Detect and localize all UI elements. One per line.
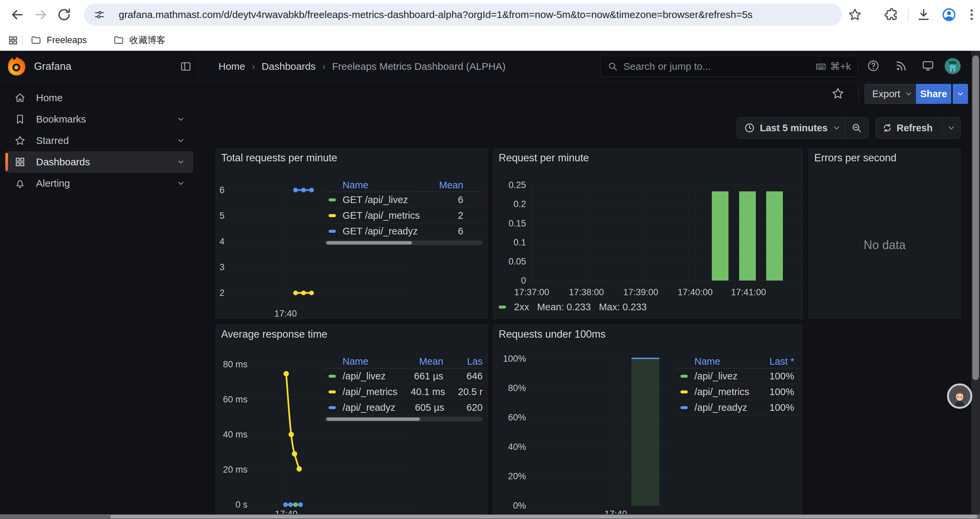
horizontal-scrollbar-thumb[interactable] <box>110 515 977 518</box>
series-mean: 2 <box>458 210 463 221</box>
help-icon[interactable] <box>867 59 881 74</box>
extensions-icon[interactable] <box>884 7 899 22</box>
series-last: 100% <box>770 386 794 398</box>
series-name[interactable]: /api/_readyz <box>694 402 747 413</box>
search-input[interactable]: Search or jump to... ⌘+k <box>600 56 858 77</box>
legend-col-mean[interactable]: Mean <box>439 180 463 191</box>
vertical-scrollbar-thumb[interactable] <box>972 56 979 380</box>
sidebar-item-starred[interactable]: Starred <box>5 130 193 151</box>
series-swatch <box>329 390 336 393</box>
series-last: 20.5 r <box>445 386 483 398</box>
time-range-label[interactable]: Last 5 minutes <box>760 123 827 134</box>
sidebar-item-bookmarks[interactable]: Bookmarks <box>5 109 193 130</box>
legend-col-last[interactable]: Las <box>443 356 483 367</box>
no-data-label: No data <box>809 238 960 252</box>
grafana-logo-icon[interactable] <box>7 56 26 76</box>
reload-button[interactable] <box>56 7 72 23</box>
vertical-scrollbar[interactable] <box>971 51 980 519</box>
forward-button[interactable] <box>33 7 49 23</box>
chevron-down-icon[interactable] <box>177 136 185 145</box>
sidebar-item-label: Starred <box>36 135 69 146</box>
breadcrumb-dashboards[interactable]: Dashboards <box>261 61 315 72</box>
x-tick: 17:39:00 <box>619 287 662 297</box>
monitor-icon[interactable] <box>921 59 936 74</box>
menu-kebab-icon[interactable] <box>964 7 979 22</box>
legend-table: Name Last * /api/_livez 100% /api/_metri… <box>676 355 800 415</box>
series-name[interactable]: GET /api/_metrics <box>342 210 420 221</box>
share-button[interactable]: Share <box>916 84 951 104</box>
profile-icon[interactable] <box>941 7 957 22</box>
chevron-down-icon[interactable] <box>177 115 185 124</box>
legend-col-mean[interactable]: Mean <box>393 356 443 367</box>
y-tick: 0.2 <box>493 199 526 209</box>
site-settings-icon[interactable] <box>94 9 105 21</box>
zoom-out-icon[interactable] <box>845 122 868 134</box>
series-name[interactable]: GET /api/_readyz <box>342 226 418 237</box>
legend-col-last[interactable]: Last * <box>770 356 794 367</box>
back-button[interactable] <box>10 7 25 23</box>
sidebar-item-home[interactable]: Home <box>5 87 193 109</box>
legend-row[interactable]: GET /api/_metrics 2 <box>325 208 483 224</box>
bar-2xx <box>766 192 783 281</box>
legend-row[interactable]: /api/_readyz 605 µs 620 <box>325 400 483 415</box>
floating-assistant-avatar[interactable] <box>947 383 972 409</box>
series-name[interactable]: /api/_livez <box>342 371 386 382</box>
toolbar-divider <box>908 9 908 21</box>
bookmark-star-icon[interactable] <box>847 7 862 22</box>
legend-row[interactable]: /api/_livez 100% <box>676 368 800 384</box>
x-tick: 17:40 <box>266 308 305 319</box>
series-name[interactable]: /api/_readyz <box>342 402 395 413</box>
favorite-star-icon[interactable] <box>831 86 845 101</box>
area-top-line <box>632 358 659 359</box>
news-rss-icon[interactable] <box>895 59 909 74</box>
legend-row[interactable]: /api/_metrics 100% <box>676 384 800 400</box>
series-name[interactable]: /api/_metrics <box>694 386 749 398</box>
area-fill <box>632 359 659 506</box>
url-text[interactable]: grafana.mathmast.com/d/deytv4rwavabkb/fr… <box>119 4 752 26</box>
chevron-down-icon[interactable] <box>177 158 185 166</box>
legend-col-name[interactable]: Name <box>342 356 368 367</box>
legend-row[interactable]: GET /api/_livez 6 <box>325 192 483 208</box>
series-name[interactable]: GET /api/_livez <box>342 194 408 205</box>
user-avatar[interactable] <box>945 58 961 74</box>
address-bar[interactable]: grafana.mathmast.com/d/deytv4rwavabkb/fr… <box>84 4 842 26</box>
series-max: Max: 0.233 <box>599 302 646 313</box>
apps-grid-icon[interactable] <box>7 35 19 46</box>
sidebar-item-dashboards[interactable]: Dashboards <box>5 151 193 172</box>
chevron-down-icon[interactable] <box>942 124 960 132</box>
panel-title[interactable]: Requests under 100ms <box>499 328 606 340</box>
series-swatch <box>329 198 336 201</box>
share-dropdown-button[interactable] <box>953 84 968 104</box>
bookmark-folder-freeleaps[interactable]: Freeleaps <box>31 29 87 51</box>
export-button[interactable]: Export <box>865 84 921 104</box>
x-tick: 17:38:00 <box>565 287 608 297</box>
legend-scrollbar[interactable] <box>325 241 483 245</box>
chevron-down-icon[interactable] <box>177 179 185 188</box>
legend-col-name[interactable]: Name <box>342 180 368 191</box>
legend-inline[interactable]: 2xx Mean: 0.233 Max: 0.233 <box>499 302 647 313</box>
legend-row[interactable]: /api/_metrics 40.1 ms 20.5 r <box>325 384 483 400</box>
legend-row[interactable]: GET /api/_readyz 6 <box>325 224 483 239</box>
x-tick: 17:40 <box>596 509 636 514</box>
refresh-label[interactable]: Refresh <box>897 123 932 134</box>
download-icon[interactable] <box>916 7 931 22</box>
bookmark-folder-blogs[interactable]: 收藏博客 <box>113 29 165 51</box>
brand-label[interactable]: Grafana <box>34 51 72 82</box>
legend-table: Name Mean Las /api/_livez 661 µs 646 /ap… <box>325 355 483 422</box>
sidebar-toggle-icon[interactable] <box>180 60 192 73</box>
legend-row[interactable]: /api/_readyz 100% <box>676 400 800 415</box>
legend-row[interactable]: /api/_livez 661 µs 646 <box>325 368 483 384</box>
refresh-group: Refresh <box>876 117 961 139</box>
series-name[interactable]: 2xx <box>514 302 529 313</box>
sidebar-item-alerting[interactable]: Alerting <box>5 172 193 194</box>
legend-scrollbar[interactable] <box>325 417 483 422</box>
legend-col-name[interactable]: Name <box>694 356 720 367</box>
panel-title[interactable]: Errors per second <box>814 152 896 164</box>
series-name[interactable]: /api/_metrics <box>342 386 397 398</box>
series-name[interactable]: /api/_livez <box>694 371 738 382</box>
breadcrumb-home[interactable]: Home <box>218 61 245 72</box>
app-header: Grafana Home › Dashboards › Freeleaps Me… <box>0 51 980 82</box>
horizontal-scrollbar[interactable] <box>0 514 980 519</box>
panel-title[interactable]: Request per minute <box>499 152 589 164</box>
chevron-down-icon[interactable] <box>832 124 841 132</box>
